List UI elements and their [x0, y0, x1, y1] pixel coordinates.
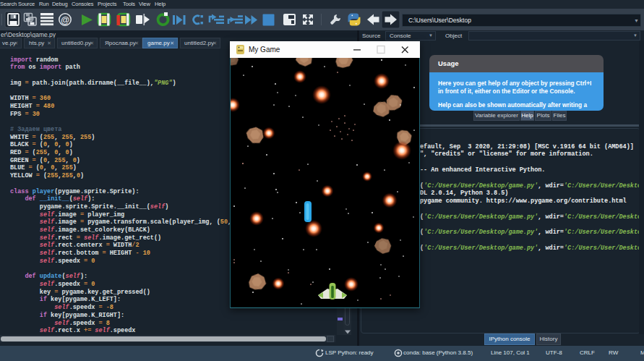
svg-text:@: @ [61, 15, 69, 25]
